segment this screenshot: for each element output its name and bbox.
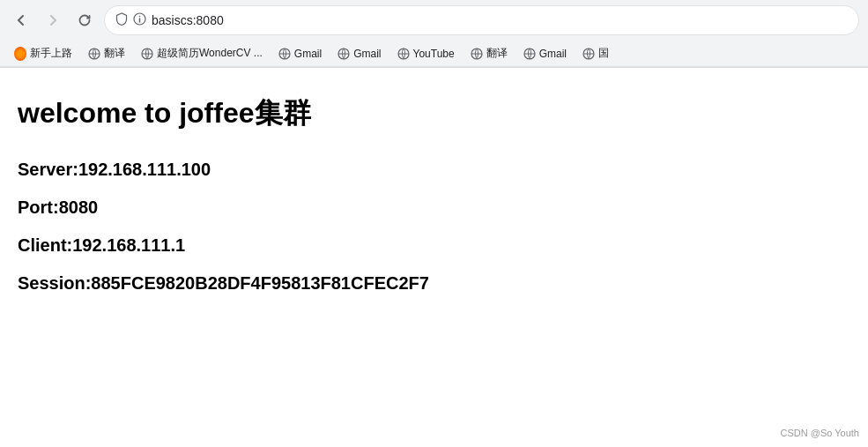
globe-icon-1 xyxy=(88,48,100,60)
firefox-icon xyxy=(14,48,26,60)
bookmark-item-youtube[interactable]: YouTube xyxy=(390,45,462,63)
address-bar[interactable]: basiscs:8080 xyxy=(104,5,859,35)
port-info: Port:8080 xyxy=(18,197,850,218)
globe-icon-2 xyxy=(141,48,153,60)
bookmark-item-gmail-3[interactable]: Gmail xyxy=(516,45,574,63)
bookmarks-bar: 新手上路 翻译 超级简历WonderCV ... xyxy=(0,41,868,67)
refresh-button[interactable] xyxy=(72,8,97,33)
globe-icon-4 xyxy=(338,48,350,60)
globe-icon-8 xyxy=(582,48,595,60)
page-title: welcome to joffee集群 xyxy=(18,94,850,133)
server-info: Server:192.168.111.100 xyxy=(18,160,850,180)
bookmark-item-fanyi-2[interactable]: 翻译 xyxy=(464,43,515,63)
globe-icon-3 xyxy=(278,48,291,60)
watermark: CSDN @So Youth xyxy=(781,428,859,438)
browser-chrome: basiscs:8080 新手上路 翻译 xyxy=(0,0,868,68)
bookmark-item-wondercv[interactable]: 超级简历WonderCV ... xyxy=(134,43,270,63)
shield-icon xyxy=(115,12,128,29)
bookmark-item-gmail-2[interactable]: Gmail xyxy=(330,45,388,63)
address-text: basiscs:8080 xyxy=(152,13,224,27)
nav-bar: basiscs:8080 xyxy=(0,0,868,41)
info-icon xyxy=(133,12,146,28)
session-info: Session:885FCE9820B28DF4F95813F81CFEC2F7 xyxy=(18,273,850,294)
globe-icon-7 xyxy=(523,48,536,60)
client-info: Client:192.168.111.1 xyxy=(18,235,850,256)
page-content: welcome to joffee集群 Server:192.168.111.1… xyxy=(0,68,868,338)
bookmark-item-xinshoulushang[interactable]: 新手上路 xyxy=(7,43,79,63)
bookmark-item-extra[interactable]: 国 xyxy=(575,43,616,63)
svg-point-1 xyxy=(139,16,141,18)
bookmark-item-fanyi-1[interactable]: 翻译 xyxy=(81,43,132,63)
bookmark-item-gmail-1[interactable]: Gmail xyxy=(271,45,329,63)
globe-icon-5 xyxy=(397,48,410,60)
globe-icon-6 xyxy=(471,48,483,60)
forward-button[interactable] xyxy=(41,8,65,33)
back-button[interactable] xyxy=(9,8,33,33)
